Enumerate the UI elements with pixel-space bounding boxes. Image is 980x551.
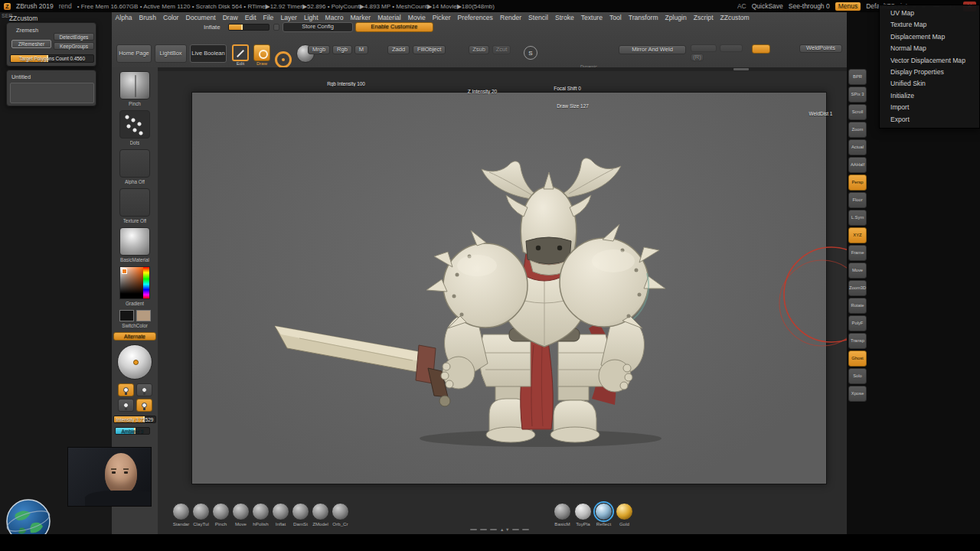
tool-menu-item[interactable]: Displacement Map [880, 31, 979, 43]
alpha-thumb[interactable] [119, 149, 150, 178]
menu-item[interactable]: Color [159, 14, 182, 21]
right-shelf-button[interactable]: Frame [848, 245, 867, 261]
right-shelf-button[interactable]: Zoom3D [848, 280, 867, 296]
sculptris-pro-button[interactable]: S [524, 46, 537, 60]
menu-item[interactable]: ZZcustom [717, 14, 753, 21]
tool-menu-item[interactable]: Initialize [880, 90, 979, 102]
r-chip[interactable]: (R) [691, 54, 704, 61]
tray-material[interactable]: BasicM [553, 503, 572, 527]
intensity-slider[interactable]: Intensity 3.72529 [113, 416, 156, 423]
right-shelf-button[interactable]: BPR [848, 69, 867, 85]
menu-item[interactable]: Marker [347, 14, 374, 21]
menus-toggle[interactable]: Menus [835, 2, 861, 11]
home-page-button[interactable]: Home Page [116, 44, 152, 63]
orange-chip[interactable] [752, 44, 770, 54]
enable-customize-button[interactable]: Enable Customize [355, 22, 433, 32]
tray-scroll[interactable]: ▲ ▼ [470, 527, 529, 532]
right-shelf-button[interactable]: Transp [848, 333, 867, 349]
disabled-chip[interactable] [691, 44, 717, 52]
right-shelf-button[interactable]: Xpose [848, 386, 867, 402]
light-2-button[interactable] [136, 383, 152, 396]
detect-edges-button[interactable]: DetectEdges [54, 33, 94, 41]
tray-brush[interactable]: hPolish [251, 503, 270, 527]
right-shelf-button[interactable]: Rotate [848, 298, 867, 314]
tray-brush[interactable]: Standar [172, 503, 191, 527]
right-shelf-button[interactable]: SPix 3 [848, 86, 867, 103]
paint-mode-button[interactable]: Mrgb [308, 45, 330, 54]
menu-item[interactable]: Stencil [525, 14, 552, 21]
menu-item[interactable]: Light [300, 14, 322, 21]
hue-strip[interactable] [143, 267, 149, 298]
menu-item[interactable]: Tool [606, 14, 625, 21]
tray-brush[interactable]: DamSt [291, 503, 310, 527]
quicksave-button[interactable]: QuickSave [752, 2, 783, 10]
zsub-button[interactable]: Zsub [469, 45, 489, 54]
tool-menu-item[interactable]: Texture Map [880, 19, 979, 31]
keep-groups-button[interactable]: KeepGroups [54, 42, 94, 50]
menu-item[interactable]: Render [496, 14, 524, 21]
texture-thumb[interactable] [119, 188, 150, 217]
draw-button[interactable]: Draw [253, 44, 270, 66]
tray-brush[interactable]: ClayTul [191, 503, 211, 527]
right-shelf-button[interactable]: L.Sym [848, 210, 867, 226]
inflate-slider[interactable] [228, 24, 270, 31]
right-shelf-button[interactable]: XYZ [848, 227, 867, 243]
paint-mode-button[interactable]: M [354, 45, 368, 54]
ambient-slider[interactable]: Ambient 3 [115, 427, 150, 435]
menu-item[interactable]: Movie [404, 14, 429, 21]
weld-points-button[interactable]: WeldPoints [799, 44, 842, 53]
light-1-button[interactable] [118, 383, 134, 396]
right-shelf-button[interactable]: Ghost [848, 350, 867, 367]
tool-menu-item[interactable]: UV Map [880, 8, 979, 19]
tray-material[interactable]: ToyPla [573, 503, 593, 527]
material-thumb[interactable] [119, 227, 150, 256]
tray-material[interactable]: Reflect [594, 503, 613, 527]
live-boolean-button[interactable]: Live Boolean [190, 44, 227, 63]
menu-item[interactable]: Macro [322, 14, 347, 21]
viewport-canvas[interactable]: Standar ClayTul Pinch Move [158, 67, 847, 534]
menu-item[interactable]: Draw [219, 14, 241, 21]
zremesher-button[interactable]: ZRemesher [11, 40, 51, 48]
right-shelf-button[interactable]: AAHalf [848, 157, 867, 173]
main-color-swatch[interactable] [119, 310, 134, 321]
menu-item[interactable]: Zscript [690, 14, 717, 21]
config-handle-icon[interactable] [273, 24, 279, 31]
tray-brush[interactable]: Inflat [271, 503, 290, 527]
menu-item[interactable]: Zplugin [662, 14, 690, 21]
store-config-button[interactable]: Store Config [283, 22, 353, 32]
tray-scroll-arrows[interactable]: ▲ ▼ [500, 527, 509, 532]
tool-menu-item[interactable]: Import [880, 102, 979, 113]
gyro-icon[interactable] [275, 51, 292, 68]
stroke-thumb[interactable] [119, 110, 150, 139]
disabled-chip[interactable] [720, 44, 743, 52]
menu-item[interactable]: Transform [625, 14, 662, 21]
secondary-color-swatch[interactable] [136, 310, 151, 321]
tool-menu-item[interactable]: Display Properties [880, 67, 979, 78]
right-shelf-button[interactable]: Persp [848, 174, 867, 191]
right-shelf-button[interactable]: Floor [848, 192, 867, 208]
right-shelf-button[interactable]: PolyF [848, 315, 867, 331]
menu-item[interactable]: Picker [429, 14, 454, 21]
light-dot[interactable] [133, 360, 139, 365]
light-4-button[interactable] [136, 399, 152, 412]
tray-brush[interactable]: Orb_Cr [331, 503, 350, 527]
light-placement-sphere[interactable] [117, 344, 152, 380]
sculpt-mode-button[interactable]: FillObject [413, 45, 446, 54]
menu-item[interactable]: Edit [241, 14, 260, 21]
tool-menu-item[interactable]: Unified Skin [880, 78, 979, 90]
right-shelf-button[interactable]: Scroll [848, 104, 867, 120]
right-shelf-button[interactable]: Actual [848, 139, 867, 155]
untitled-list-box[interactable] [10, 83, 94, 103]
tool-menu-item[interactable]: Normal Map [880, 43, 979, 54]
light-3-button[interactable] [118, 399, 134, 412]
tray-brush[interactable]: Move [231, 503, 250, 527]
menu-item[interactable]: Brush [136, 14, 159, 21]
color-picker[interactable] [119, 266, 150, 299]
menu-item[interactable]: Alpha [112, 14, 136, 21]
tray-brush[interactable]: Pinch [211, 503, 230, 527]
scrollbar-handle[interactable] [733, 68, 749, 70]
target-polygons-slider[interactable]: Target Polygons Count 0.4560 [10, 54, 94, 63]
see-through-slider[interactable]: See-through 0 [789, 2, 830, 10]
right-shelf-button[interactable]: Zoom [848, 122, 867, 138]
menu-item[interactable]: Stroke [551, 14, 577, 21]
